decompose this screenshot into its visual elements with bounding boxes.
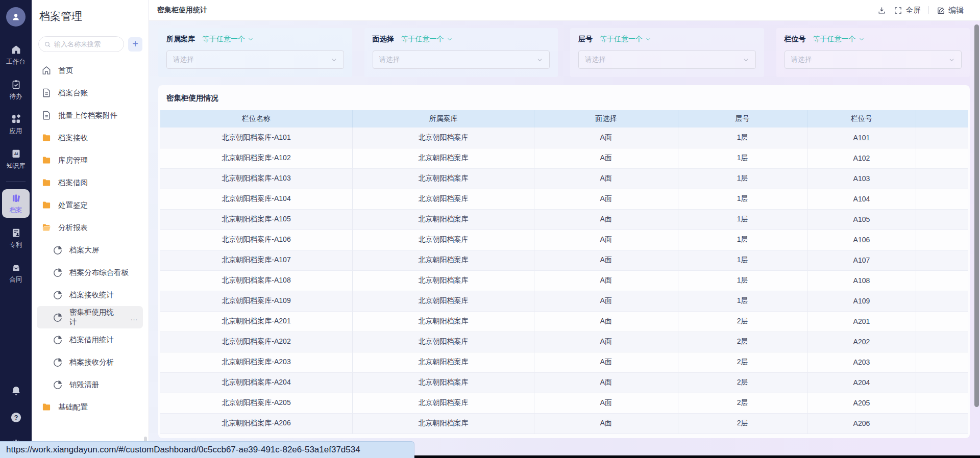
sidebar-menu: 首页档案台账批量上传档案附件档案接收库房管理档案借阅处置鉴定分析报表档案大屏档案… [32, 59, 148, 418]
sidebar-item-基础配置[interactable]: 基础配置 [37, 396, 143, 418]
sidebar-item-档案接收[interactable]: 档案接收 [37, 126, 143, 149]
sidebar-item-档案借阅[interactable]: 档案借阅 [37, 171, 143, 194]
table-row: 北京朝阳档案库-A202北京朝阳档案库A面2层A202 [160, 332, 968, 352]
help-button[interactable]: ? [10, 412, 22, 423]
filter-condition-dropdown[interactable]: 等于任意一个 [600, 35, 651, 44]
sidebar-item-档案接收统计[interactable]: 档案接收统计 [37, 284, 143, 306]
sidebar-item-处置鉴定[interactable]: 处置鉴定 [37, 194, 143, 216]
filter-condition-dropdown[interactable]: 等于任意一个 [202, 35, 254, 44]
sidebar-item-label: 档案借阅 [58, 178, 88, 188]
filter-condition-dropdown[interactable]: 等于任意一个 [813, 35, 865, 44]
sidebar-item-label: 档案大屏 [69, 245, 99, 255]
filter-label: 层号 [578, 35, 593, 44]
table-cell: 北京朝阳档案库 [353, 393, 534, 413]
table-cell: 北京朝阳档案库 [353, 413, 534, 434]
folder-icon [41, 402, 52, 412]
table-cell: 2层 [678, 413, 807, 434]
usage-table: 栏位名称所属案库面选择层号栏位号 北京朝阳档案库-A101北京朝阳档案库A面1层… [160, 110, 968, 434]
table-cell: A105 [807, 209, 916, 230]
table-cell: A102 [807, 148, 916, 168]
rail-item-合同[interactable]: 合同 [2, 259, 30, 287]
edit-button[interactable]: 编辑 [937, 6, 964, 15]
table-cell: A面 [534, 332, 678, 352]
home-icon [11, 44, 21, 55]
table-cell: 北京朝阳档案库 [353, 128, 534, 148]
main-scrollbar-thumb[interactable] [974, 24, 979, 407]
table-cell: A面 [534, 393, 678, 413]
table-cell: 北京朝阳档案库 [353, 168, 534, 189]
sidebar-item-档案台账[interactable]: 档案台账 [37, 82, 143, 104]
download-button[interactable] [877, 6, 886, 15]
table-title: 密集柜使用情况 [160, 92, 968, 110]
table-cell: A101 [807, 128, 916, 148]
app-window: 工作台待办应用AI知识库档案专利合同 ? 档案管理 + 首页档案台账批量上传档案… [0, 0, 980, 458]
svg-text:?: ? [14, 414, 18, 421]
filter-condition-dropdown[interactable]: 等于任意一个 [401, 35, 453, 44]
filter-card-面选择: 面选择等于任意一个请选择 [364, 28, 558, 77]
home-outline-icon [41, 65, 52, 75]
rail-item-工作台[interactable]: 工作台 [2, 41, 30, 69]
table-row: 北京朝阳档案库-A102北京朝阳档案库A面1层A102 [160, 148, 968, 168]
sidebar-item-label: 档案接收统计 [69, 290, 114, 300]
grid-icon [11, 114, 21, 124]
search-input[interactable] [54, 40, 118, 48]
table-cell-empty [916, 250, 968, 270]
sidebar-item-档案分布综合看板[interactable]: 档案分布综合看板 [37, 261, 143, 284]
bell-button[interactable] [10, 385, 22, 397]
sidebar-item-销毁清册[interactable]: 销毁清册 [37, 373, 143, 396]
column-header: 所属案库 [353, 110, 534, 128]
sidebar-item-分析报表[interactable]: 分析报表 [37, 216, 143, 239]
table-cell: 北京朝阳档案库-A204 [160, 372, 353, 393]
folder-icon [41, 200, 52, 210]
clipboard-check-icon [11, 79, 21, 90]
table-cell-empty [916, 128, 968, 148]
fullscreen-button[interactable]: 全屏 [894, 6, 921, 15]
add-button[interactable]: + [128, 37, 142, 52]
sidebar-item-库房管理[interactable]: 库房管理 [37, 149, 143, 171]
sidebar-item-档案大屏[interactable]: 档案大屏 [37, 239, 143, 261]
filter-select[interactable]: 请选择 [166, 50, 344, 69]
filter-select[interactable]: 请选择 [785, 50, 962, 69]
sidebar-item-档案接收分析[interactable]: 档案接收分析 [37, 351, 143, 373]
filter-label: 所属案库 [166, 35, 195, 44]
filter-select[interactable]: 请选择 [578, 50, 756, 69]
table-cell: 北京朝阳档案库-A102 [160, 148, 353, 168]
column-header: 栏位名称 [160, 110, 353, 128]
chevron-down-icon [859, 36, 865, 42]
table-cell-empty [916, 332, 968, 352]
more-options-icon[interactable]: … [130, 313, 138, 322]
column-header: 栏位号 [807, 110, 916, 128]
table-row: 北京朝阳档案库-A204北京朝阳档案库A面2层A204 [160, 372, 968, 393]
table-cell: 北京朝阳档案库 [353, 189, 534, 209]
sidebar-item-档案借用统计[interactable]: 档案借用统计 [37, 328, 143, 351]
rail-item-知识库[interactable]: AI知识库 [2, 145, 30, 173]
table-row: 北京朝阳档案库-A203北京朝阳档案库A面2层A203 [160, 352, 968, 372]
table-cell-empty [916, 148, 968, 168]
rail-item-档案[interactable]: 档案 [2, 189, 30, 218]
filter-card-栏位号: 栏位号等于任意一个请选择 [776, 28, 970, 77]
filter-select[interactable]: 请选择 [373, 50, 550, 69]
table-row: 北京朝阳档案库-A206北京朝阳档案库A面2层A206 [160, 413, 968, 434]
sidebar-item-首页[interactable]: 首页 [37, 59, 143, 82]
user-avatar[interactable] [6, 7, 26, 27]
rail-item-待办[interactable]: 待办 [2, 75, 30, 104]
main-area: 密集柜使用统计 全屏 [149, 0, 980, 458]
table-cell-empty [916, 230, 968, 250]
table-row: 北京朝阳档案库-A109北京朝阳档案库A面1层A109 [160, 291, 968, 311]
table-cell-empty [916, 393, 968, 413]
table-row: 北京朝阳档案库-A103北京朝阳档案库A面1层A103 [160, 168, 968, 189]
table-cell: 1层 [678, 291, 807, 311]
select-placeholder: 请选择 [379, 55, 400, 64]
sidebar-item-批量上传档案附件[interactable]: 批量上传档案附件 [37, 104, 143, 126]
table-cell: 北京朝阳档案库-A105 [160, 209, 353, 230]
table-cell: A106 [807, 230, 916, 250]
rail-item-应用[interactable]: 应用 [2, 110, 30, 139]
topbar: 密集柜使用统计 全屏 [149, 0, 980, 21]
table-cell: A201 [807, 311, 916, 332]
table-cell: 北京朝阳档案库-A101 [160, 128, 353, 148]
sidebar-item-label: 首页 [58, 66, 73, 75]
sidebar-item-label: 处置鉴定 [58, 200, 88, 210]
table-cell: 北京朝阳档案库-A106 [160, 230, 353, 250]
sidebar-item-密集柜使用统计[interactable]: 密集柜使用统计… [37, 306, 143, 328]
rail-item-专利[interactable]: 专利 [2, 224, 30, 252]
